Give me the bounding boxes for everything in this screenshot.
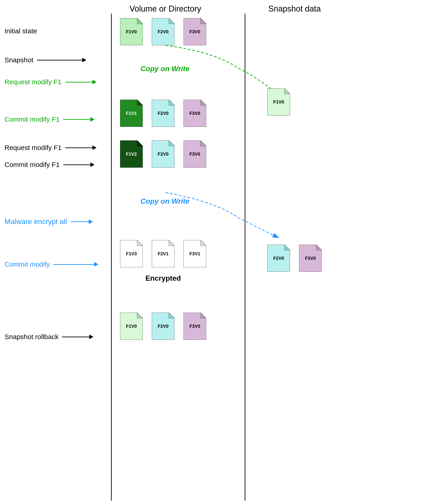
commit-modify-green-label: Commit modify F1 (5, 116, 60, 123)
file-f2v0-row1: F2V0 (152, 18, 174, 45)
snapshot-arrow-line (37, 60, 82, 61)
file-f3v1-row4: F3V1 (183, 240, 206, 267)
commit-modify-green-row: Commit modify F1 (5, 116, 93, 123)
left-divider (111, 14, 112, 501)
commit-modify-green-arrow (63, 117, 94, 122)
svg-marker-3 (169, 18, 174, 24)
request-modify-green-row: Request modify F1 (5, 78, 95, 86)
commit-modify-blue-arrow (54, 262, 98, 267)
svg-marker-20 (200, 140, 206, 146)
file-f3v0-row5: F3V0 (183, 313, 206, 340)
file-f1v0-snap: F1V0 (267, 88, 290, 116)
diagram-container: Volume or Directory Snapshot data Initia… (0, 0, 435, 504)
snapshot-header: Snapshot data (238, 4, 351, 14)
snapshot-rollback-label: Snapshot rollback (5, 333, 58, 341)
cow-blue-arrow-svg (0, 170, 435, 261)
file-f3v0-row3: F3V0 (183, 140, 206, 168)
svg-marker-16 (137, 140, 143, 146)
file-f1v2-row3: F1V2 (120, 140, 143, 168)
cow-green-label: Copy on Write (140, 64, 190, 73)
svg-marker-33 (137, 313, 143, 318)
req-mod-black-head (92, 145, 97, 150)
request-modify-black-row: Request modify F1 (5, 144, 95, 152)
right-divider (245, 14, 245, 501)
request-modify-green-label: Request modify F1 (5, 78, 62, 86)
svg-marker-25 (169, 240, 174, 246)
malware-arrow-head (89, 219, 93, 224)
file-f2v0-snap2: F2V0 (267, 245, 290, 272)
commit-modify-black-label: Commit modify F1 (5, 161, 60, 169)
req-mod-green-line (65, 82, 92, 82)
snapshot-rollback-line (62, 337, 89, 337)
req-mod-black-line (65, 147, 92, 148)
file-f2v0-row5: F2V0 (152, 313, 174, 340)
request-modify-green-arrow (65, 80, 97, 84)
commit-mod-green-head (91, 117, 94, 122)
request-modify-black-arrow (65, 145, 97, 150)
file-f3v0-row1: F3V0 (183, 18, 206, 45)
snapshot-rollback-row: Snapshot rollback (5, 333, 91, 341)
request-modify-black-label: Request modify F1 (5, 144, 62, 152)
file-f1v3-row4: F1V3 (120, 240, 143, 267)
commit-mod-blue-head (94, 262, 98, 267)
svg-marker-10 (169, 100, 174, 105)
malware-encrypt-row: Malware encrypt all (5, 217, 91, 226)
malware-arrow-line (71, 221, 89, 222)
file-f1v1-row2: F1V1 (120, 100, 143, 127)
snapshot-arrow-head (82, 58, 86, 62)
snapshot-label: Snapshot (5, 56, 33, 64)
encrypted-label: Encrypted (120, 274, 206, 282)
commit-mod-green-line (63, 119, 91, 120)
commit-modify-black-row: Commit modify F1 (5, 161, 93, 169)
file-f1v0-row5: F1V0 (120, 313, 143, 340)
svg-marker-8 (137, 100, 143, 105)
svg-marker-29 (284, 245, 290, 250)
file-f3v0-row2: F3V0 (183, 100, 206, 127)
file-f2v0-row2: F2V0 (152, 100, 174, 127)
snapshot-row: Snapshot (5, 56, 84, 64)
commit-mod-black-head (91, 162, 94, 167)
commit-modify-blue-row: Commit modify (5, 261, 97, 268)
malware-encrypt-label: Malware encrypt all (5, 217, 67, 226)
initial-state-label: Initial state (5, 27, 37, 35)
commit-modify-black-arrow (63, 162, 94, 167)
snapshot-arrow (37, 58, 86, 62)
svg-marker-1 (137, 18, 143, 24)
svg-marker-31 (316, 245, 322, 250)
snapshot-rollback-head (89, 334, 93, 339)
cow-blue-label: Copy on Write (140, 197, 190, 206)
volume-header: Volume or Directory (97, 4, 233, 14)
snapshot-rollback-arrow (62, 334, 93, 339)
svg-marker-35 (169, 313, 174, 318)
svg-marker-18 (169, 140, 174, 146)
svg-marker-5 (200, 18, 206, 24)
req-mod-green-head (92, 80, 97, 84)
file-f2v1-row4: F2V1 (152, 240, 174, 267)
file-f2v0-row3: F2V0 (152, 140, 174, 168)
malware-encrypt-arrow (71, 219, 93, 224)
commit-mod-blue-line (54, 264, 94, 265)
commit-mod-black-line (63, 164, 91, 165)
svg-marker-12 (200, 100, 206, 105)
svg-marker-14 (284, 88, 290, 94)
file-f1v0-row1: F1V0 (120, 18, 143, 45)
svg-marker-37 (200, 313, 206, 318)
svg-marker-27 (200, 240, 206, 246)
commit-modify-blue-label: Commit modify (5, 261, 50, 268)
file-f3v0-snap2: F3V0 (299, 245, 322, 272)
svg-marker-23 (137, 240, 143, 246)
